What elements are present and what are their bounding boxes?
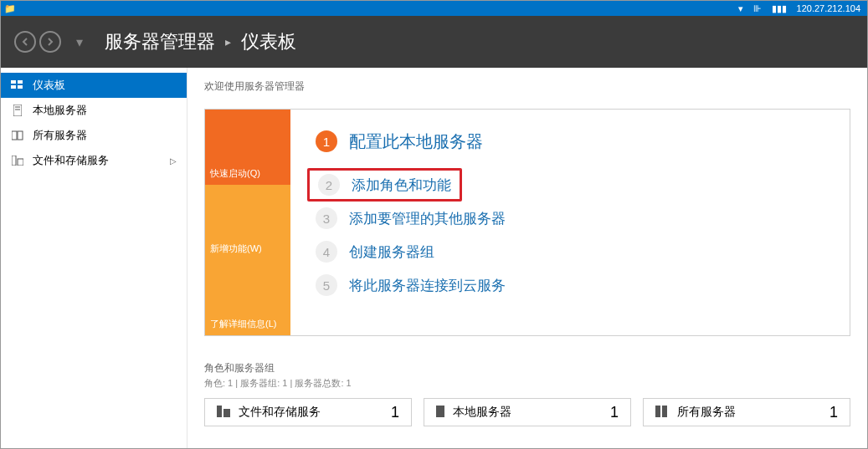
welcome-heading: 欢迎使用服务器管理器 xyxy=(204,79,850,94)
nav-back-button[interactable] xyxy=(14,31,36,53)
role-card-local[interactable]: 本地服务器 1 xyxy=(424,398,631,426)
step-configure-server[interactable]: 1 配置此本地服务器 xyxy=(316,125,824,158)
role-card-count: 1 xyxy=(391,404,399,421)
step-add-servers[interactable]: 3 添加要管理的其他服务器 xyxy=(316,202,824,235)
svg-rect-10 xyxy=(18,159,23,166)
chevron-right-icon: ▸ xyxy=(225,35,231,48)
roles-subtitle: 角色: 1 | 服务器组: 1 | 服务器总数: 1 xyxy=(204,377,850,390)
tab-quickstart[interactable]: 快速启动(Q) xyxy=(205,110,290,185)
svg-rect-11 xyxy=(217,406,222,417)
dashboard-icon xyxy=(11,80,24,90)
step-number-icon: 5 xyxy=(316,274,337,296)
breadcrumb-app[interactable]: 服务器管理器 xyxy=(105,29,215,54)
svg-rect-3 xyxy=(18,85,23,89)
main-content: 欢迎使用服务器管理器 快速启动(Q) 新增功能(W) 了解详细信息(L) 1 配… xyxy=(187,68,867,448)
svg-rect-2 xyxy=(11,85,16,89)
storage-icon xyxy=(11,156,24,166)
sidebar-item-label: 本地服务器 xyxy=(33,103,87,118)
svg-rect-13 xyxy=(436,406,444,417)
breadcrumb-page: 仪表板 xyxy=(241,29,296,54)
svg-rect-8 xyxy=(18,131,23,140)
servers-icon xyxy=(655,406,669,420)
sidebar-item-storage[interactable]: 文件和存储服务 ▷ xyxy=(1,148,187,173)
role-card-count: 1 xyxy=(829,404,838,421)
svg-rect-15 xyxy=(662,406,667,417)
folder-icon: 📁 xyxy=(4,3,16,14)
server-icon xyxy=(436,406,444,420)
svg-rect-7 xyxy=(12,131,17,140)
role-card-all[interactable]: 所有服务器 1 xyxy=(643,398,850,426)
nav-forward-button[interactable] xyxy=(39,31,61,53)
step-create-group[interactable]: 4 创建服务器组 xyxy=(316,235,824,268)
quick-start-panel: 快速启动(Q) 新增功能(W) 了解详细信息(L) 1 配置此本地服务器 2 添… xyxy=(204,109,850,336)
step-number-icon: 3 xyxy=(316,207,337,229)
role-card-count: 1 xyxy=(610,404,619,421)
svg-rect-12 xyxy=(223,409,230,417)
tab-whatsnew[interactable]: 新增功能(W) xyxy=(205,185,290,260)
step-number-icon: 4 xyxy=(316,241,337,263)
role-card-label: 文件和存储服务 xyxy=(239,405,321,420)
sidebar-item-local[interactable]: 本地服务器 xyxy=(1,98,187,123)
servers-icon xyxy=(11,130,24,140)
role-card-storage[interactable]: 文件和存储服务 1 xyxy=(204,398,412,426)
role-card-label: 本地服务器 xyxy=(453,405,511,420)
svg-rect-9 xyxy=(12,156,16,166)
signal-icon[interactable]: ▮▮▮ xyxy=(772,3,787,14)
tab-learnmore[interactable]: 了解详细信息(L) xyxy=(205,260,290,335)
step-number-icon: 2 xyxy=(318,174,340,196)
storage-icon xyxy=(217,406,230,420)
system-taskbar: 📁 ▾ ⊪ ▮▮▮ 120.27.212.104 xyxy=(1,1,867,16)
network-icon[interactable]: ⊪ xyxy=(753,3,762,14)
role-card-label: 所有服务器 xyxy=(677,405,736,420)
ip-address: 120.27.212.104 xyxy=(797,3,860,13)
sidebar-item-dashboard[interactable]: 仪表板 xyxy=(1,73,187,98)
sidebar-item-label: 所有服务器 xyxy=(33,128,87,143)
step-add-roles[interactable]: 2 添加角色和功能 xyxy=(316,168,824,202)
chevron-right-icon: ▷ xyxy=(170,156,177,166)
breadcrumb: 服务器管理器 ▸ 仪表板 xyxy=(105,29,296,54)
roles-heading: 角色和服务器组 xyxy=(204,361,850,375)
sidebar: 仪表板 本地服务器 所有服务器 文件和存储服务 ▷ xyxy=(1,68,187,448)
step-cloud-connect[interactable]: 5 将此服务器连接到云服务 xyxy=(316,268,824,302)
svg-rect-0 xyxy=(11,80,16,84)
title-bar: ▾ 服务器管理器 ▸ 仪表板 xyxy=(1,16,867,68)
step-number-icon: 1 xyxy=(316,130,337,152)
svg-rect-4 xyxy=(13,105,22,116)
dropdown-icon[interactable]: ▾ xyxy=(71,33,88,50)
dropdown-icon[interactable]: ▾ xyxy=(738,3,743,14)
sidebar-item-label: 文件和存储服务 xyxy=(33,153,109,168)
sidebar-item-all[interactable]: 所有服务器 xyxy=(1,123,187,148)
server-icon xyxy=(11,105,24,115)
svg-rect-14 xyxy=(655,406,660,417)
svg-rect-1 xyxy=(18,80,23,84)
sidebar-item-label: 仪表板 xyxy=(33,78,65,93)
